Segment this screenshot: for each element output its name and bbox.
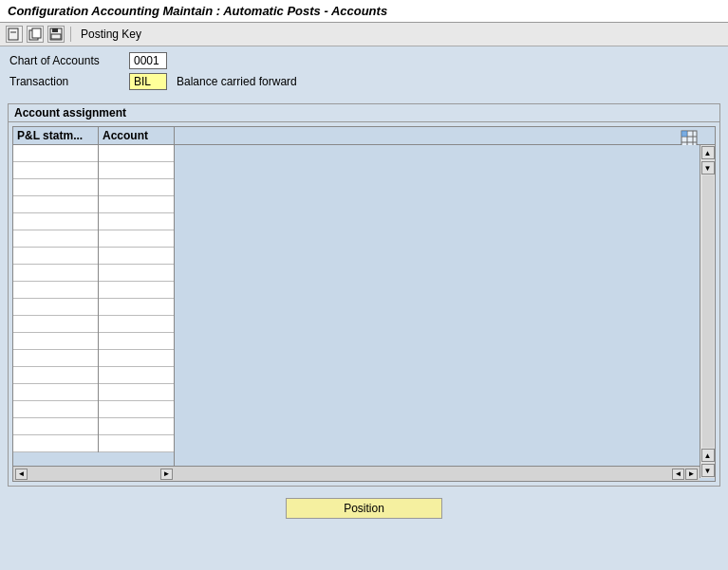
scroll-up2-btn[interactable]: ▲ — [701, 449, 715, 462]
save-icon[interactable] — [47, 26, 65, 43]
transaction-value[interactable]: BIL — [129, 73, 167, 90]
transaction-row: Transaction BIL Balance carried forward — [9, 73, 719, 90]
vertical-scrollbar[interactable]: ▲ ▼ ▲ ▼ — [700, 145, 715, 478]
col-rest-header — [175, 127, 700, 144]
table-row[interactable] — [99, 299, 174, 316]
svg-rect-0 — [9, 28, 18, 40]
table-row[interactable] — [99, 367, 174, 384]
scroll-down-btn[interactable]: ▼ — [701, 161, 715, 175]
table-row[interactable] — [13, 367, 98, 384]
scroll-down2-btn[interactable]: ▼ — [701, 464, 715, 477]
table-row[interactable] — [13, 299, 98, 316]
table-row[interactable] — [99, 333, 174, 350]
scroll-up-btn[interactable]: ▲ — [701, 146, 715, 159]
bottom-area: Position — [0, 490, 728, 526]
table-row[interactable] — [99, 179, 174, 196]
table-row[interactable] — [13, 145, 98, 162]
table-row[interactable] — [13, 333, 98, 350]
table-row[interactable] — [13, 248, 98, 265]
table-row[interactable] — [99, 350, 174, 367]
table-row[interactable] — [99, 162, 174, 179]
table-row[interactable] — [99, 230, 174, 248]
transaction-description: Balance carried forward — [177, 75, 297, 88]
table-row[interactable] — [13, 316, 98, 333]
scroll-left-btn[interactable]: ◄ — [15, 469, 28, 480]
table-row[interactable] — [99, 316, 174, 333]
account-assignment-panel: Account assignment P&L statm... Account — [8, 103, 720, 487]
table-row[interactable] — [13, 350, 98, 367]
table-row[interactable] — [99, 265, 174, 282]
table-row[interactable] — [99, 282, 174, 299]
chart-of-accounts-value[interactable]: 0001 — [129, 52, 167, 69]
table-row[interactable] — [99, 435, 174, 452]
col-account-header: Account — [99, 127, 175, 144]
pl-column — [13, 145, 99, 452]
table-row[interactable] — [13, 435, 98, 452]
svg-rect-6 — [51, 34, 61, 39]
table-row[interactable] — [99, 145, 174, 162]
table-row[interactable] — [13, 213, 98, 230]
table-row[interactable] — [99, 418, 174, 435]
horiz-scrollbar-left[interactable]: ◄ ► — [13, 466, 175, 481]
col-pl-header: P&L statm... — [13, 127, 99, 144]
table-body: ▲ ▼ ▲ ▼ — [13, 145, 715, 478]
table-header: P&L statm... Account — [13, 127, 715, 145]
table-row[interactable] — [13, 162, 98, 179]
col-scrollbar-spacer — [700, 127, 715, 144]
scroll-right2-btn[interactable]: ► — [685, 469, 698, 480]
table-row[interactable] — [99, 213, 174, 230]
toolbar: Posting Key — [0, 23, 728, 46]
table-row[interactable] — [99, 401, 174, 418]
account-column — [99, 145, 175, 478]
chart-of-accounts-row: Chart of Accounts 0001 — [9, 52, 719, 69]
table-row[interactable] — [13, 196, 98, 213]
table-row[interactable] — [13, 179, 98, 196]
transaction-label: Transaction — [9, 75, 123, 88]
svg-rect-5 — [52, 28, 58, 32]
scroll-right-btn[interactable]: ► — [160, 469, 173, 480]
title-bar: Configuration Accounting Maintain : Auto… — [0, 0, 728, 23]
svg-rect-3 — [32, 28, 41, 38]
posting-key-label: Posting Key — [81, 28, 141, 41]
table-row[interactable] — [13, 384, 98, 401]
horiz-scrollbar-right[interactable]: ◄ ► — [175, 466, 700, 481]
table-right-area — [175, 145, 700, 478]
scroll-thumb-area — [702, 175, 714, 448]
left-columns — [13, 145, 99, 478]
chart-of-accounts-label: Chart of Accounts — [9, 54, 123, 67]
new-icon[interactable] — [6, 26, 23, 43]
table-row[interactable] — [13, 282, 98, 299]
page-title: Configuration Accounting Maintain : Auto… — [8, 4, 387, 18]
position-button[interactable]: Position — [286, 498, 442, 519]
form-area: Chart of Accounts 0001 Transaction BIL B… — [0, 46, 728, 100]
copy-icon[interactable] — [27, 26, 44, 43]
svg-rect-12 — [681, 131, 687, 137]
panel-header: Account assignment — [9, 104, 719, 122]
table-row[interactable] — [99, 248, 174, 265]
table-row[interactable] — [99, 384, 174, 401]
table-row[interactable] — [13, 418, 98, 435]
table-row[interactable] — [99, 196, 174, 213]
scroll-left2-btn[interactable]: ◄ — [672, 469, 684, 480]
table-row[interactable] — [13, 401, 98, 418]
table-row[interactable] — [13, 265, 98, 282]
table-row[interactable] — [13, 230, 98, 248]
toolbar-separator — [70, 27, 71, 42]
